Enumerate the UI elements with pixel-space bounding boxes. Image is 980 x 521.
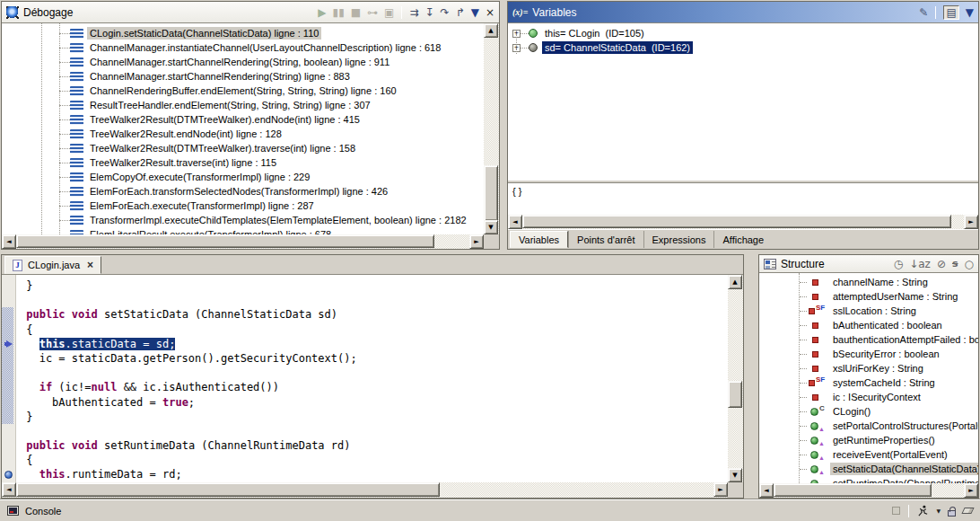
code-line[interactable]: { [20, 322, 728, 337]
structure-item[interactable]: xslUriForKey : String [759, 361, 978, 375]
scrollbar-thumb[interactable] [16, 482, 440, 497]
run-last-launch-icon[interactable] [917, 505, 929, 517]
code-line[interactable] [20, 424, 728, 438]
scroll-up-button[interactable]: ▲ [484, 23, 498, 38]
view-menu-icon[interactable]: ▼ [966, 7, 974, 18]
tab-points-d-arr-t[interactable]: Points d'arrêt [568, 231, 643, 248]
scrollbar-thumb[interactable] [522, 215, 951, 228]
detail-horizontal-scrollbar[interactable]: ◄ ► [508, 215, 978, 229]
show-type-names-icon[interactable]: ✎ [919, 7, 928, 18]
sort-by-defining-type-icon[interactable]: ◷ [894, 259, 903, 269]
structure-item[interactable]: bSecurityError : boolean [759, 347, 978, 361]
stack-frame-row[interactable]: ResultTreeHandler.endElement(String, Str… [2, 98, 484, 112]
stack-frame-row[interactable]: ChannelManager.instantiateChannel(UserLa… [2, 40, 484, 55]
code-line[interactable]: this.staticData = sd; [20, 337, 728, 351]
tab-variables[interactable]: Variables [510, 231, 568, 248]
console-fast-view-bar[interactable]: Console ▼ [0, 499, 980, 521]
editor-tab-clogin-java[interactable]: J CLogin.java × [4, 256, 101, 274]
hide-static-icon[interactable]: s [952, 259, 958, 269]
scrollbar-thumb[interactable] [484, 165, 498, 221]
scroll-left-button[interactable]: ◄ [508, 215, 522, 229]
debug-horizontal-scrollbar[interactable]: ◄ ► [2, 234, 484, 249]
view-menu-icon[interactable]: ▼ [471, 7, 479, 18]
code-line[interactable]: { [20, 453, 728, 467]
step-over-icon[interactable]: ↷ [441, 7, 450, 18]
scroll-right-button[interactable]: ► [713, 482, 728, 497]
terminate-icon[interactable] [892, 507, 900, 515]
show-public-only-icon[interactable]: ○ [965, 259, 974, 269]
stack-frame-row[interactable]: ElemForEach.transformSelectedNodes(Trans… [2, 184, 484, 199]
code-line[interactable]: ic = staticData.getPerson().getSecurityC… [20, 351, 728, 366]
code-line[interactable]: bAuthenticated = true; [20, 395, 728, 410]
debug-vertical-scrollbar[interactable]: ▲ ▼ [484, 23, 499, 234]
stack-frame-row[interactable]: ElemForEach.execute(TransformerImpl) lig… [2, 199, 484, 213]
stack-frame-row[interactable]: TransformerImpl.executeChildTemplates(El… [2, 213, 484, 227]
hide-fields-icon[interactable]: ⊘ [937, 259, 946, 269]
scroll-right-button[interactable]: ► [964, 215, 978, 229]
stack-frame-row[interactable]: TreeWalker2Result(DTMTreeWalker).endNode… [2, 112, 484, 127]
code-line[interactable] [20, 293, 728, 307]
tab-expressions[interactable]: Expressions [643, 231, 714, 248]
structure-item[interactable]: ▲setPortalControlStructures(PortalContro… [759, 419, 978, 433]
stack-frame-row[interactable]: TreeWalker2Result(DTMTreeWalker).travers… [2, 141, 484, 155]
tab-affichage[interactable]: Affichage [713, 231, 772, 248]
code-line[interactable]: } [20, 410, 728, 424]
resume-icon[interactable]: ▶ [318, 7, 326, 18]
structure-item[interactable]: channelName : String [759, 275, 978, 289]
structure-item[interactable]: ▲receiveEvent(PortalEvent) [759, 447, 978, 462]
close-view-icon[interactable]: × [486, 7, 494, 18]
stack-frame-row[interactable]: CLogin.setStaticData(ChannelStaticData) … [2, 26, 484, 40]
variable-row[interactable]: +sd= ChannelStaticData (ID=162) [508, 40, 978, 55]
disconnect-icon[interactable]: ⊶ [367, 7, 378, 18]
code-line[interactable]: } [20, 278, 728, 293]
scroll-down-button[interactable]: ▼ [728, 468, 742, 482]
editor-vertical-scrollbar[interactable]: ▲ ▼ [728, 275, 743, 482]
structure-item[interactable]: ic : ISecurityContext [759, 390, 978, 404]
structure-item[interactable]: CCLogin() [759, 404, 978, 419]
stack-frame-row[interactable]: ChannelManager.startChannelRendering(Str… [2, 69, 484, 84]
code-line[interactable]: public void setRuntimeData (ChannelRunti… [20, 438, 728, 453]
variable-row[interactable]: +this= CLogin (ID=105) [508, 26, 978, 40]
stack-frame-row[interactable]: ChannelRenderingBuffer.endElement(String… [2, 84, 484, 98]
scrollbar-thumb[interactable] [774, 483, 932, 497]
clear-console-icon[interactable] [961, 508, 974, 514]
code-line[interactable] [20, 366, 728, 380]
close-tab-icon[interactable]: × [87, 259, 93, 271]
structure-item[interactable]: bauthenticationAttemptFailed : boolean [759, 332, 978, 347]
structure-item[interactable]: attemptedUserName : String [759, 289, 978, 304]
structure-item[interactable]: bAuthenticated : boolean [759, 318, 978, 332]
structure-item[interactable]: ▲setRuntimeData(ChannelRuntimeData) [759, 476, 978, 483]
stack-frame-row[interactable]: TreeWalker2Result.traverse(int) ligne : … [2, 155, 484, 170]
step-return-icon[interactable]: ↱ [456, 7, 465, 18]
code-area[interactable]: } public void setStaticData (ChannelStat… [16, 275, 728, 482]
step-with-filters-icon[interactable]: ⇉ [409, 7, 418, 18]
scroll-lock-icon[interactable] [948, 510, 956, 517]
code-line[interactable]: public void setStaticData (ChannelStatic… [20, 307, 728, 322]
scroll-down-button[interactable]: ▼ [484, 220, 498, 234]
step-into-icon[interactable]: ↧ [425, 7, 434, 18]
scrollbar-thumb[interactable] [728, 381, 742, 408]
layout-toggle-icon[interactable]: ▤ [943, 5, 958, 20]
scroll-left-button[interactable]: ◄ [759, 483, 774, 498]
editor-gutter[interactable] [2, 275, 16, 482]
scroll-left-button[interactable]: ◄ [2, 482, 16, 497]
structure-horizontal-scrollbar[interactable]: ◄ ► [759, 483, 978, 498]
menu-dropdown-icon[interactable]: ▼ [936, 508, 941, 514]
structure-item[interactable]: SFsystemCacheId : String [759, 375, 978, 390]
structure-item[interactable]: ▲getRuntimeProperties() [759, 433, 978, 447]
code-line[interactable]: if (ic!=null && ic.isAuthenticated()) [20, 380, 728, 394]
stack-frame-row[interactable]: TreeWalker2Result.endNode(int) ligne : 1… [2, 127, 484, 141]
scrollbar-thumb[interactable] [16, 234, 434, 248]
stack-frame-row[interactable]: ElemLiteralResult.execute(TransformerImp… [2, 227, 484, 234]
scroll-up-button[interactable]: ▲ [728, 275, 742, 289]
stack-frame-row[interactable]: ElemCopyOf.execute(TransformerImpl) lign… [2, 170, 484, 184]
sort-alphabetically-icon[interactable]: ↓az [909, 259, 931, 269]
terminate-icon[interactable]: ■ [351, 7, 361, 18]
stack-frame-row[interactable]: ChannelManager.startChannelRendering(Str… [2, 55, 484, 69]
scroll-right-button[interactable]: ► [469, 234, 484, 249]
structure-item[interactable]: ▲setStaticData(ChannelStaticData) [759, 462, 978, 476]
editor-horizontal-scrollbar[interactable]: ◄ ► [2, 482, 728, 498]
structure-item[interactable]: SFsslLocation : String [759, 304, 978, 318]
code-line[interactable]: this.runtimeData = rd; [20, 467, 728, 481]
variable-detail-pane[interactable]: { } [508, 183, 978, 215]
